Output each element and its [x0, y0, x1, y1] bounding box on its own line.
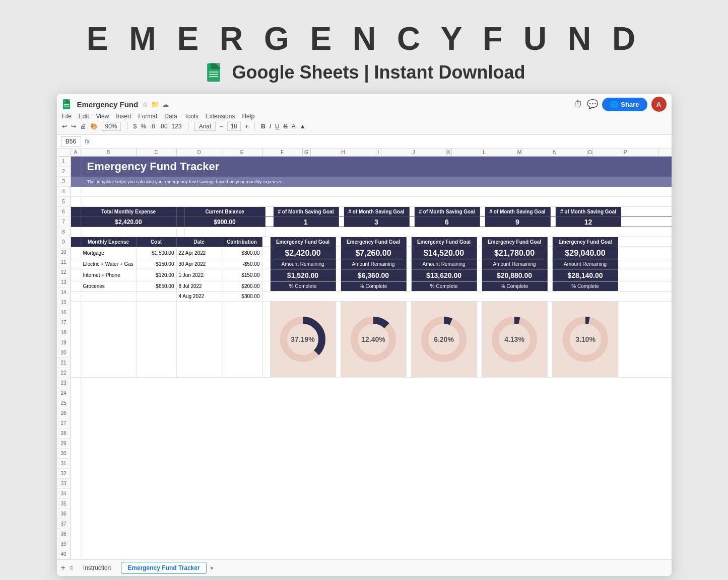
avatar: A: [651, 97, 667, 112]
menu-data[interactable]: Data: [164, 113, 177, 120]
underline-icon[interactable]: U: [275, 123, 280, 130]
paint-icon[interactable]: 🎨: [90, 123, 98, 130]
col-header-l[interactable]: L: [452, 149, 517, 156]
comments-icon[interactable]: 💬: [587, 99, 598, 110]
expense-0-name[interactable]: Mortgage: [81, 247, 137, 259]
col-header-d[interactable]: D: [177, 149, 222, 156]
row-num-5: 5: [57, 197, 71, 207]
menu-file[interactable]: File: [62, 113, 72, 120]
expense-0-date[interactable]: 22 Apr 2022: [177, 247, 222, 259]
expense-4-cost[interactable]: [137, 292, 177, 301]
goal-5-remaining-value: $28,140.00: [553, 269, 618, 281]
col-header-k[interactable]: K: [447, 149, 452, 156]
tab-instruction[interactable]: Instruction: [77, 562, 117, 573]
col-header-f[interactable]: F: [262, 149, 303, 156]
goal-3-fund-value: $14,520.00: [412, 247, 477, 259]
tab-emergency-fund-tracker[interactable]: Emergency Fund Tracker: [121, 562, 206, 574]
expense-1-contribution[interactable]: -$50.00: [222, 259, 262, 269]
hero-title: E M E R G E N C Y F U N D: [0, 20, 728, 57]
font-size-increase[interactable]: +: [245, 123, 248, 130]
undo-icon[interactable]: ↩: [62, 123, 67, 130]
menu-view[interactable]: View: [96, 113, 109, 120]
zoom-level[interactable]: 90%: [102, 122, 121, 131]
remaining-values-row-11: Internet + Phone $120.00 1 Jun 2022 $150…: [71, 269, 672, 281]
goal-2-donut: 12.40%: [341, 302, 407, 377]
expense-3-date[interactable]: 8 Jul 2022: [177, 281, 222, 291]
complete-labels-row-12: Groceries $650.00 8 Jul 2022 $200.00 % C…: [71, 281, 672, 292]
print-icon[interactable]: 🖨: [80, 123, 86, 130]
browser-window: Emergency Fund ☆ 📁 ☁ ⏱ 💬 🌐 Share A File …: [57, 94, 672, 576]
col-header-g[interactable]: G: [303, 149, 311, 156]
col-header-i[interactable]: I: [376, 149, 381, 156]
toolbar: Emergency Fund ☆ 📁 ☁ ⏱ 💬 🌐 Share A File …: [57, 94, 672, 135]
strikethrough-icon[interactable]: S: [284, 123, 288, 130]
tab-menu-button[interactable]: ≡: [70, 564, 73, 571]
decimal-icon[interactable]: .0: [150, 123, 155, 130]
fill-color-icon[interactable]: ▲: [300, 123, 306, 130]
empty-content: [71, 377, 672, 558]
col-header-h[interactable]: H: [311, 149, 376, 156]
col-header-j[interactable]: J: [381, 149, 447, 156]
number-icon[interactable]: 123: [172, 123, 182, 130]
bold-icon[interactable]: B: [261, 123, 266, 130]
col-header-e[interactable]: E: [222, 149, 262, 156]
share-button[interactable]: 🌐 Share: [602, 98, 647, 111]
expense-4-name[interactable]: [81, 292, 137, 301]
expense-0-cost[interactable]: $1,500.00: [137, 247, 177, 259]
col-header-b[interactable]: B: [81, 149, 137, 156]
menu-help[interactable]: Help: [242, 113, 254, 120]
col-header-c[interactable]: C: [137, 149, 177, 156]
goal-1-remaining-label: Amount Remaining: [271, 259, 336, 269]
menu-edit[interactable]: Edit: [79, 113, 89, 120]
tab-chevron-down-icon[interactable]: ▾: [211, 565, 213, 571]
col-header-a[interactable]: A: [71, 149, 81, 156]
font-size[interactable]: 10: [227, 122, 241, 131]
menu-format[interactable]: Format: [138, 113, 157, 120]
expense-4-contribution[interactable]: $300.00: [222, 292, 262, 301]
expense-3-cost[interactable]: $650.00: [137, 281, 177, 291]
expense-2-contribution[interactable]: $150.00: [222, 269, 262, 281]
menu-insert[interactable]: Insert: [116, 113, 131, 120]
expense-3-name[interactable]: Groceries: [81, 281, 137, 291]
currency-icon[interactable]: $: [134, 123, 137, 130]
col-header-n[interactable]: N: [522, 149, 588, 156]
expense-0-contribution[interactable]: $300.00: [222, 247, 262, 259]
expense-2-date[interactable]: 1 Jun 2022: [177, 269, 222, 281]
expense-1-cost[interactable]: $150.00: [137, 259, 177, 269]
folder-icon[interactable]: 📁: [151, 101, 159, 108]
goal-2-fund-label: Emergency Fund Goal: [341, 237, 407, 247]
cloud-icon[interactable]: ☁: [162, 101, 169, 108]
menu-extensions[interactable]: Extensions: [206, 113, 235, 120]
expense-2-cost[interactable]: $120.00: [137, 269, 177, 281]
goal-3-fund-label: Emergency Fund Goal: [412, 237, 477, 247]
add-tab-button[interactable]: +: [61, 563, 65, 572]
column-headers: A B C D E F G H I J K L M N O P: [57, 149, 672, 157]
doc-title: Emergency Fund: [77, 100, 139, 109]
col-header-m[interactable]: M: [517, 149, 522, 156]
star-icon[interactable]: ☆: [142, 101, 148, 108]
font-selector[interactable]: Arial: [194, 122, 216, 131]
spreadsheet-body: 1 2 3 4 5 6 7 8 9 10 11 12 13 1415161718…: [57, 157, 672, 559]
goal-4-months-value: 9: [485, 217, 551, 227]
expense-2-name[interactable]: Internet + Phone: [81, 269, 137, 281]
cell-reference[interactable]: B56: [61, 136, 81, 147]
expense-4-date[interactable]: 4 Aug 2022: [177, 292, 222, 301]
table-headers-row-8: Monthly Expense Cost Date Contribution E…: [71, 237, 672, 247]
doc-icons: ☆ 📁 ☁: [142, 101, 169, 108]
expense-1-date[interactable]: 30 Apr 2022: [177, 259, 222, 269]
italic-icon[interactable]: I: [270, 123, 271, 130]
history-icon[interactable]: ⏱: [574, 99, 583, 110]
menu-tools[interactable]: Tools: [184, 113, 198, 120]
percent-icon[interactable]: %: [141, 123, 146, 130]
expense-3-contribution[interactable]: $200.00: [222, 281, 262, 291]
col-header-o[interactable]: O: [588, 149, 593, 156]
text-color-icon[interactable]: A: [292, 123, 296, 130]
redo-icon[interactable]: ↪: [71, 123, 76, 130]
col-header-p[interactable]: P: [593, 149, 658, 156]
donut-charts-row: 37.19% 12.40%: [71, 302, 672, 377]
font-size-decrease[interactable]: −: [220, 123, 223, 130]
decimal2-icon[interactable]: .00: [159, 123, 168, 130]
expense-1-name[interactable]: Electric + Water + Gas: [81, 259, 137, 269]
corner-cell: [57, 149, 71, 156]
fund-amounts-row-9: Mortgage $1,500.00 22 Apr 2022 $300.00 $…: [71, 247, 672, 259]
